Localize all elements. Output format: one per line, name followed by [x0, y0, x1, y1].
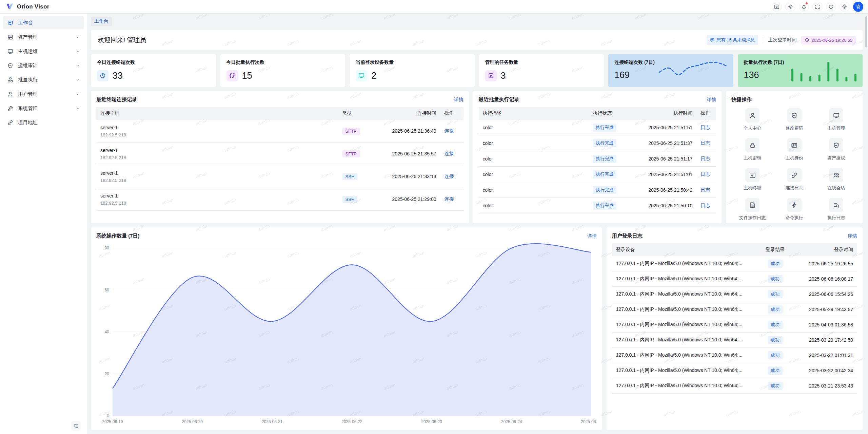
sidebar-item-batch-exec[interactable]: 批量执行 [3, 73, 84, 86]
log-link[interactable]: 日志 [701, 171, 710, 177]
login-time: 2025-06-25 19:26:55 [793, 261, 857, 266]
connect-link[interactable]: 连接 [445, 196, 454, 202]
breadcrumb-workbench[interactable]: 工作台 [91, 17, 112, 26]
login-device: 127.0.0.1 - 内网IP - Mozilla/5.0 (Windows … [612, 367, 757, 374]
sidebar-item-audit[interactable]: 运维审计 [3, 59, 84, 72]
exec-status-badge: 执行完成 [593, 202, 616, 210]
log-link[interactable]: 日志 [701, 125, 710, 130]
log-link[interactable]: 日志 [701, 156, 710, 161]
ops-chart-detail-link[interactable]: 详情 [587, 233, 597, 239]
sidebar-collapse-button[interactable] [71, 421, 81, 431]
exec-desc: color [479, 203, 589, 208]
quick-actions-card: 快捷操作 个人中心 修改密码 [726, 91, 863, 223]
login-time: 2025-06-06 15:54:26 [793, 291, 857, 297]
quick-action-item[interactable]: 个人中心 [731, 108, 773, 131]
user-avatar[interactable]: 管 [853, 2, 863, 12]
login-log-row: 127.0.0.1 - 内网IP - Mozilla/5.0 (Windows … [612, 271, 857, 287]
log-link[interactable]: 日志 [701, 140, 710, 146]
connect-link[interactable]: 连接 [445, 128, 454, 133]
refresh-icon[interactable] [826, 2, 836, 12]
svg-text:80: 80 [105, 246, 110, 250]
quick-action-item[interactable]: 主机身份 [773, 138, 815, 161]
sidebar-item-host-ops[interactable]: 主机运维 [3, 45, 84, 58]
quick-action-item[interactable]: 执行日志 [815, 198, 857, 221]
batch-7d-sparkbars [791, 61, 856, 81]
svg-text:2025-06-25: 2025-06-25 [581, 419, 597, 424]
exec-record-row: color 执行完成 2025-06-25 21:51:37 日志 [479, 135, 716, 151]
login-device: 127.0.0.1 - 内网IP - Mozilla/5.0 (Windows … [612, 352, 757, 358]
protocol-badge: SSH [342, 173, 358, 180]
breadcrumb: 工作台 [91, 17, 863, 26]
sidebar-item-users[interactable]: 用户管理 [3, 88, 84, 100]
sidebar-item-label: 资产管理 [18, 34, 71, 40]
bell-icon[interactable] [799, 2, 809, 12]
exec-status-badge: 执行完成 [593, 186, 616, 194]
host-name: server-1 [100, 193, 334, 199]
theme-icon[interactable] [785, 2, 795, 12]
quick-action-item[interactable]: 修改密码 [773, 108, 815, 131]
login-log-row: 127.0.0.1 - 内网IP - Mozilla/5.0 (Windows … [612, 348, 857, 363]
main-content: 工作台 欢迎回来! 管理员 您有 15 条未读消息 上次登录时间 2025-06… [87, 14, 868, 434]
message-icon [710, 38, 715, 42]
quick-action-item[interactable]: 主机终端 [731, 168, 773, 191]
terminal-records-detail-link[interactable]: 详情 [454, 97, 463, 103]
connect-link[interactable]: 连接 [445, 173, 454, 179]
login-device: 127.0.0.1 - 内网IP - Mozilla/5.0 (Windows … [612, 261, 757, 267]
log-link[interactable]: 日志 [701, 187, 710, 192]
sidebar-item-project-url[interactable]: 项目地址 [3, 116, 84, 129]
sidebar-item-system[interactable]: 系统管理 [3, 102, 84, 115]
connect-time: 2025-06-25 21:36:40 [371, 128, 440, 134]
chevron-down-icon [76, 35, 80, 39]
svg-text:60: 60 [105, 288, 110, 293]
settings-icon[interactable] [840, 2, 850, 12]
login-time: 2025-06-06 16:08:17 [793, 276, 857, 282]
svg-text:2025-06-22: 2025-06-22 [341, 419, 362, 424]
sidebar-item-assets[interactable]: 资产管理 [3, 31, 84, 43]
login-result-badge: 成功 [768, 351, 783, 359]
svg-text:2025-06-19: 2025-06-19 [102, 419, 123, 424]
app-title: Orion Visor [17, 3, 50, 10]
chevron-down-icon [76, 92, 80, 96]
quick-action-item[interactable]: 主机管理 [815, 108, 857, 131]
quick-action-item[interactable]: 在线会话 [815, 168, 857, 191]
collapse-menu-icon [74, 423, 79, 429]
scrollbar-thumb[interactable] [865, 16, 867, 48]
quick-action-item[interactable]: 资产授权 [815, 138, 857, 161]
sidebar-item-label: 工作台 [18, 20, 71, 26]
host-ip: 182.92.5.218 [100, 132, 334, 137]
exec-records-card: 最近批量执行记录 详情 执行描述 执行状态 执行时间 操作 color 执行完成… [473, 91, 722, 223]
terminal-record-row: server-1 182.92.5.218 SFTP 2025-06-25 21… [96, 143, 463, 165]
login-logs-card: 用户登录日志 详情 登录设备 登录结果 登录时间 127.0.0.1 - 内网I… [607, 227, 863, 430]
login-time: 2025-03-21 23:53:43 [793, 383, 857, 389]
login-log-row: 127.0.0.1 - 内网IP - Mozilla/5.0 (Windows … [612, 302, 857, 317]
svg-text:20: 20 [105, 372, 110, 376]
quick-action-item[interactable]: 命令执行 [773, 198, 815, 221]
exec-records-detail-link[interactable]: 详情 [707, 97, 716, 103]
svg-text:40: 40 [105, 329, 110, 334]
quick-action-item[interactable]: 文件操作日志 [731, 198, 773, 221]
login-result-badge: 成功 [768, 336, 783, 344]
quick-action-item[interactable]: 主机密钥 [731, 138, 773, 161]
host-name: server-1 [100, 170, 334, 176]
ops-chart-card: 系统操作数量 (7日) 详情 0204060802025-06-192025-0… [91, 227, 602, 430]
exec-time: 2025-06-25 21:50:42 [629, 187, 696, 193]
quick-action-item[interactable]: 连接日志 [773, 168, 815, 191]
exec-time: 2025-06-25 21:51:37 [629, 140, 696, 146]
exec-record-row: color 执行完成 2025-06-25 21:50:10 日志 [479, 198, 716, 213]
log-link[interactable]: 日志 [701, 203, 710, 208]
fullscreen-icon[interactable] [812, 2, 823, 12]
login-device: 127.0.0.1 - 内网IP - Mozilla/5.0 (Windows … [612, 276, 757, 282]
stat-managed-tasks: 管理的任务数量 3 [479, 54, 604, 87]
login-logs-detail-link[interactable]: 详情 [848, 233, 857, 239]
sidebar-item-workbench[interactable]: 工作台 [3, 16, 84, 29]
code-icon[interactable] [772, 2, 782, 12]
login-time: 2025-05-29 19:43:57 [793, 307, 857, 312]
connect-link[interactable]: 连接 [445, 151, 454, 156]
welcome-meta: 您有 15 条未读消息 上次登录时间 2025-06-25 19:26:55 [707, 35, 856, 45]
exec-time: 2025-06-25 21:51:17 [629, 156, 696, 162]
protocol-badge: SFTP [342, 128, 360, 135]
stat-login-devices: 当前登录设备数量 2 [350, 54, 475, 87]
protocol-badge: SFTP [342, 150, 360, 157]
unread-messages-badge[interactable]: 您有 15 条未读消息 [707, 35, 758, 45]
exec-desc: color [479, 156, 589, 162]
